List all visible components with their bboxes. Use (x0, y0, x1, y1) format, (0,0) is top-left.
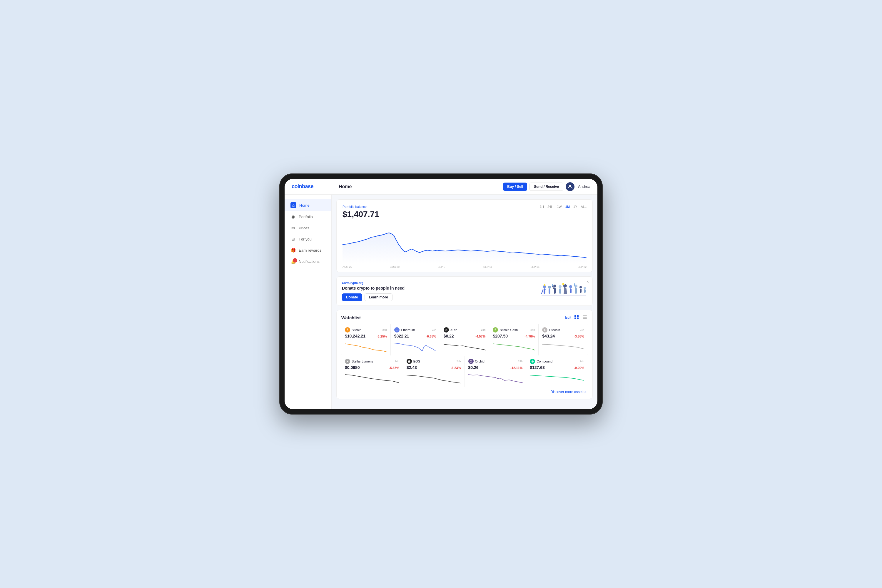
filter-all[interactable]: ALL (580, 205, 586, 208)
crypto-cell-oxt[interactable]: ⬡ Orchid 24h $0.26 -12.11% (465, 356, 526, 387)
sidebar-label-earnrewards: Earn rewards (299, 248, 321, 252)
btc-change: -3.25% (376, 334, 387, 338)
svg-point-17 (569, 285, 572, 288)
filter-1w[interactable]: 1W (557, 205, 562, 208)
eos-chart (406, 372, 461, 384)
crypto-grid-row1: ₿ Bitcoin 24h $10,242.21 -3.25% (341, 324, 588, 356)
xrp-change: -4.57% (476, 334, 486, 338)
xlm-chart (345, 372, 399, 384)
crypto-cell-xrp[interactable]: ✕ XRP 24h $0.22 -4.57% (440, 324, 489, 356)
svg-rect-33 (583, 317, 587, 318)
sidebar-item-earnrewards[interactable]: 🎁 Earn rewards (285, 244, 332, 256)
eos-timeframe: 24h (456, 360, 461, 363)
svg-rect-16 (562, 283, 564, 285)
watchlist-edit-button[interactable]: Edit (565, 315, 571, 320)
comp-name: Compound (537, 360, 552, 363)
learn-more-button[interactable]: Learn more (364, 293, 393, 301)
crypto-cell-btc[interactable]: ₿ Bitcoin 24h $10,242.21 -3.25% (341, 324, 390, 356)
sidebar-item-notifications[interactable]: 🔔 1 Notifications (285, 256, 332, 267)
sidebar-label-home: Home (299, 203, 310, 208)
xlm-price: $0.0680 (345, 365, 360, 370)
xlm-timeframe: 24h (395, 360, 399, 363)
svg-rect-34 (583, 318, 587, 319)
svg-rect-22 (574, 284, 575, 285)
portfolio-card: Portfolio balance $1,407.71 1H 24H 1W 1M… (336, 200, 593, 272)
donate-title: Donate crypto to people in need (342, 286, 540, 291)
ltc-chart (542, 341, 584, 352)
eos-name: EOS (413, 360, 420, 363)
discover-more-link[interactable]: Discover more assets › (341, 387, 588, 394)
svg-rect-20 (575, 288, 577, 294)
crypto-cell-xlm[interactable]: ✦ Stellar Lumens 24h $0.0680 -5.37% (341, 356, 403, 387)
sidebar-item-home[interactable]: ⌂ Home (285, 200, 332, 211)
svg-line-3 (542, 290, 543, 294)
filter-1m[interactable]: 1M (566, 205, 570, 208)
svg-rect-18 (570, 288, 572, 293)
sidebar-label-foryou: For you (299, 237, 312, 242)
oxt-name: Orchid (475, 360, 484, 363)
bch-change: -4.78% (525, 334, 535, 338)
watchlist-card: Watchlist Edit (336, 310, 593, 399)
comp-chart (530, 372, 584, 384)
foryou-icon: ⊞ (291, 236, 296, 242)
buy-sell-button[interactable]: Buy / Sell (503, 183, 527, 191)
notification-badge: 1 (293, 258, 297, 262)
chart-label-3: SEP 11 (483, 266, 492, 268)
xrp-timeframe: 24h (481, 328, 485, 332)
comp-price: $127.63 (530, 365, 545, 370)
crypto-cell-eth[interactable]: Ξ Ethereum 24h $322.21 -6.65% (391, 324, 440, 356)
close-button[interactable]: × (586, 280, 589, 284)
watchlist-title: Watchlist (341, 315, 361, 320)
svg-rect-28 (574, 315, 576, 317)
sidebar-item-foryou[interactable]: ⊞ For you (285, 233, 332, 244)
svg-rect-29 (577, 315, 579, 317)
comp-icon: ⊙ (530, 358, 535, 364)
crypto-cell-eos[interactable]: ⬟ EOS 24h $2.43 -6.23% (403, 356, 465, 387)
sidebar-item-portfolio[interactable]: ◉ Portfolio (285, 211, 332, 222)
main-layout: ⌂ Home ◉ Portfolio ✉ Prices ⊞ For you 🎁 (285, 195, 597, 409)
send-receive-button[interactable]: Send / Receive (530, 183, 563, 191)
svg-rect-26 (584, 289, 586, 293)
page-title: Home (339, 184, 503, 189)
sidebar-item-prices[interactable]: ✉ Prices (285, 222, 332, 233)
svg-rect-31 (577, 318, 579, 319)
prices-icon: ✉ (291, 225, 296, 231)
donate-button[interactable]: Donate (342, 293, 362, 301)
grid-view-icon[interactable] (574, 315, 579, 320)
filter-24h[interactable]: 24H (548, 205, 553, 208)
donate-illustration (540, 281, 587, 302)
portfolio-label: Portfolio balance (342, 205, 379, 208)
comp-change: -9.29% (574, 366, 584, 369)
eos-change: -6.23% (451, 366, 461, 369)
svg-rect-30 (574, 318, 576, 319)
watchlist-controls: Edit (565, 315, 588, 320)
btc-price: $10,242.21 (345, 334, 366, 338)
user-name-label: Andrea (578, 184, 590, 189)
topbar-actions: Buy / Sell Send / Receive Andrea (503, 182, 590, 191)
eth-icon: Ξ (394, 327, 399, 333)
comp-timeframe: 24h (580, 360, 584, 363)
crypto-cell-bch[interactable]: ₿ Bitcoin Cash 24h $207.50 -4.78% (489, 324, 538, 356)
donate-source: GiveCrypto.org (342, 281, 540, 285)
svg-point-6 (548, 286, 551, 289)
user-section[interactable]: Andrea (566, 182, 590, 191)
bch-name: Bitcoin Cash (500, 328, 518, 332)
oxt-timeframe: 24h (518, 360, 522, 363)
oxt-chart (468, 372, 523, 384)
eth-chart (394, 341, 436, 352)
watchlist-header: Watchlist Edit (341, 315, 588, 320)
btc-timeframe: 24h (382, 328, 387, 332)
ltc-price: $43.24 (542, 334, 555, 338)
sidebar-label-portfolio: Portfolio (299, 214, 313, 219)
donate-content: GiveCrypto.org Donate crypto to people i… (342, 281, 540, 301)
filter-1y[interactable]: 1Y (573, 205, 577, 208)
crypto-cell-comp[interactable]: ⊙ Compound 24h $127.63 -9.29% (526, 356, 588, 387)
app-logo: coinbase (292, 183, 339, 190)
crypto-cell-ltc[interactable]: Ł Litecoin 24h $43.24 -3.58% (538, 324, 588, 356)
svg-point-8 (553, 285, 556, 288)
bch-timeframe: 24h (530, 328, 535, 332)
svg-rect-7 (549, 289, 550, 294)
filter-1h[interactable]: 1H (540, 205, 544, 208)
list-view-icon[interactable] (582, 315, 588, 320)
avatar (566, 182, 574, 191)
